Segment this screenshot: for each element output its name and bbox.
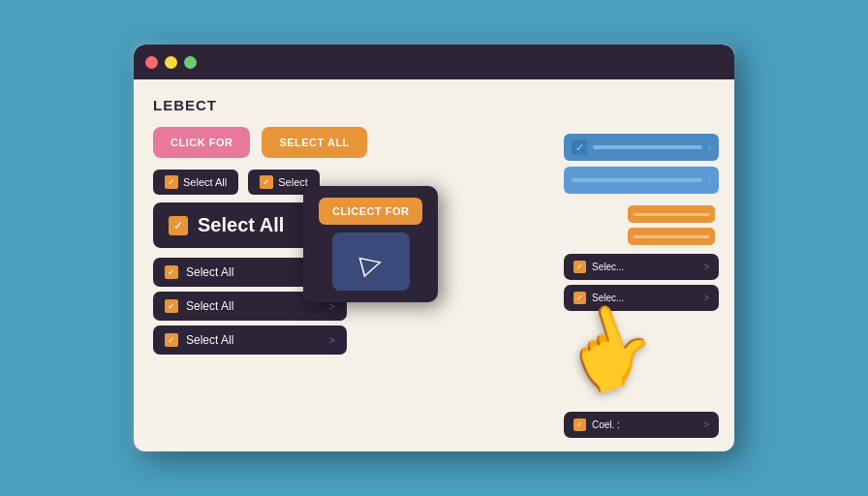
right-item-bar [593,145,702,149]
checkbox-label-2: Select [278,176,308,188]
checkbox-label-1: Select All [183,176,227,188]
page-title: LEBECT [153,97,715,113]
orange-mini-2 [628,228,715,245]
titlebar [134,45,734,79]
window-body: LEBECT CLICK FOR SELECT ALL ✓ › › [134,79,734,451]
right-list-cb-2: ✓ [574,292,586,304]
bottom-right-chevron: > [703,419,709,430]
orange-bar-1 [634,213,709,216]
orange-mini-section [628,205,715,245]
list-label-3: Select All [186,333,322,347]
right-item-1[interactable]: › [564,167,719,194]
right-panel-blue: ✓ › › [564,134,719,194]
list-label-1: Select All [186,265,322,279]
list-chevron-3: > [329,334,335,346]
chevron-icon: › [708,142,711,153]
list-cb-3: ✓ [165,333,178,347]
chevron-icon-2: › [708,175,711,186]
cursor-icon: ▷ [356,243,386,280]
right-list-label-2: Selec... [592,293,698,303]
right-list-row-1[interactable]: ✓ Selec... > [564,254,719,280]
list-label-2: Select All [186,299,322,313]
click-for-button[interactable]: CLICK FOR [153,127,250,158]
minimize-dot[interactable] [165,56,177,69]
popup-icon-area: ▷ [332,232,410,291]
right-list-section: ✓ Selec... > ✓ Selec... > [564,254,719,311]
main-window: LEBECT CLICK FOR SELECT ALL ✓ › › [134,45,734,451]
close-dot[interactable] [145,56,158,69]
select-all-orange-button[interactable]: SELECT ALL [262,127,366,158]
right-item-bar-2 [572,178,702,182]
bottom-right-label: Coel. : [592,419,698,430]
orange-mini-1 [628,205,715,223]
bottom-right-item[interactable]: ✓ Coel. : > [564,412,719,438]
floating-popup: CLICECT FOR ▷ [303,186,438,302]
right-checked-item[interactable]: ✓ › [564,134,719,161]
orange-bar-2 [634,235,709,238]
popup-click-button[interactable]: CLICECT FOR [319,198,422,225]
large-checkbox-icon: ✓ [169,216,188,235]
list-row-3[interactable]: ✓ Select All > [153,326,347,355]
maximize-dot[interactable] [184,56,197,69]
bottom-right-cb: ✓ [574,418,586,431]
checkbox-icon-2: ✓ [260,175,273,189]
right-list-row-2[interactable]: ✓ Selec... > [564,285,719,311]
right-list-chevron-2: > [703,293,709,303]
check-icon: ✓ [572,140,587,155]
checkbox-item-1[interactable]: ✓ Select All [153,170,238,195]
checkbox-icon-1: ✓ [165,175,178,189]
list-cb-2: ✓ [165,299,178,313]
right-list-label-1: Selec... [592,262,698,272]
right-list-cb-1: ✓ [574,261,586,273]
large-select-all-label: Select All [198,214,284,236]
list-cb-1: ✓ [165,265,178,279]
right-list-chevron-1: > [703,262,709,272]
